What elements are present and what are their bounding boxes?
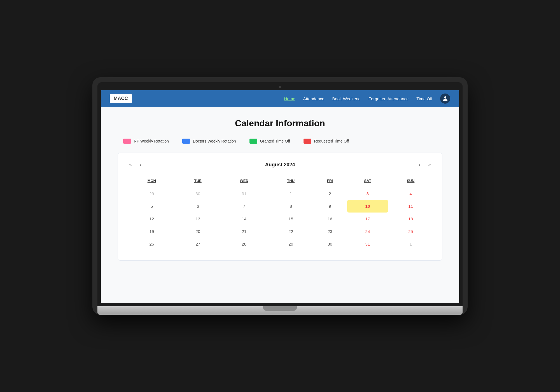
laptop-screen: MACC Home Attendance Book Weekend Forgot… — [101, 90, 459, 303]
calendar-day[interactable]: 8 — [269, 200, 313, 213]
cal-nav-left: « ‹ — [127, 161, 143, 169]
calendar-day[interactable]: 30 — [177, 187, 219, 200]
calendar-header: « ‹ August 2024 › » — [127, 161, 433, 169]
calendar-day[interactable]: 21 — [219, 225, 269, 238]
calendar-day[interactable]: 30 — [313, 238, 347, 250]
calendar-legend: NP Weekly Rotation Doctors Weekly Rotati… — [118, 139, 442, 144]
laptop-base — [97, 306, 463, 315]
calendar-day[interactable]: 3 — [347, 187, 388, 200]
calendar-day[interactable]: 28 — [219, 238, 269, 250]
calendar-month-title: August 2024 — [265, 162, 295, 168]
calendar-row: 2627282930311 — [127, 238, 433, 250]
camera-dot — [279, 86, 281, 88]
calendar-day[interactable]: 10 — [347, 200, 388, 213]
prev-year-button[interactable]: « — [127, 161, 134, 169]
col-sun: SUN — [388, 176, 433, 187]
legend-label-np: NP Weekly Rotation — [134, 139, 169, 143]
screen-bezel: MACC Home Attendance Book Weekend Forgot… — [97, 82, 463, 306]
calendar-day[interactable]: 25 — [388, 225, 433, 238]
calendar-day[interactable]: 14 — [219, 213, 269, 225]
calendar-day[interactable]: 19 — [127, 225, 177, 238]
calendar-day[interactable]: 15 — [269, 213, 313, 225]
nav-forgotten-attendance[interactable]: Forgotten Attendance — [368, 96, 409, 101]
calendar-day[interactable]: 6 — [177, 200, 219, 213]
calendar-day[interactable]: 17 — [347, 213, 388, 225]
calendar-day[interactable]: 11 — [388, 200, 433, 213]
legend-requested-time-off: Requested Time Off — [304, 139, 349, 144]
nav-links: Home Attendance Book Weekend Forgotten A… — [284, 94, 450, 104]
main-content: Calendar Information NP Weekly Rotation … — [101, 107, 459, 303]
nav-attendance[interactable]: Attendance — [303, 96, 325, 101]
col-mon: MON — [127, 176, 177, 187]
calendar-day[interactable]: 7 — [219, 200, 269, 213]
col-wed: WED — [219, 176, 269, 187]
user-avatar[interactable] — [440, 94, 450, 104]
laptop-frame: MACC Home Attendance Book Weekend Forgot… — [92, 77, 468, 315]
cal-nav-right: › » — [417, 161, 433, 169]
next-year-button[interactable]: » — [426, 161, 433, 169]
page-title: Calendar Information — [118, 118, 442, 129]
calendar-day[interactable]: 4 — [388, 187, 433, 200]
brand-logo[interactable]: MACC — [110, 94, 132, 103]
legend-np-rotation: NP Weekly Rotation — [123, 139, 169, 144]
calendar-day[interactable]: 2 — [313, 187, 347, 200]
calendar-day[interactable]: 18 — [388, 213, 433, 225]
calendar-day[interactable]: 31 — [347, 238, 388, 250]
calendar-row: 567891011 — [127, 200, 433, 213]
calendar-day[interactable]: 24 — [347, 225, 388, 238]
col-fri: FRI — [313, 176, 347, 187]
legend-swatch-green — [249, 139, 257, 144]
legend-label-granted: Granted Time Off — [260, 139, 290, 143]
calendar-day[interactable]: 29 — [269, 238, 313, 250]
col-tue: TUE — [177, 176, 219, 187]
legend-granted-time-off: Granted Time Off — [249, 139, 290, 144]
nav-home[interactable]: Home — [284, 96, 295, 101]
calendar-day[interactable]: 1 — [388, 238, 433, 250]
calendar-day[interactable]: 29 — [127, 187, 177, 200]
calendar-day[interactable]: 1 — [269, 187, 313, 200]
calendar-day[interactable]: 31 — [219, 187, 269, 200]
nav-book-weekend[interactable]: Book Weekend — [332, 96, 360, 101]
legend-swatch-pink — [123, 139, 131, 144]
calendar-grid: MON TUE WED THU FRI SAT SUN 293031123456… — [127, 176, 433, 250]
calendar-card: « ‹ August 2024 › » MON — [118, 153, 442, 261]
navbar: MACC Home Attendance Book Weekend Forgot… — [101, 90, 459, 107]
nav-time-off[interactable]: Time Off — [416, 96, 432, 101]
laptop-notch — [263, 306, 297, 311]
calendar-day[interactable]: 26 — [127, 238, 177, 250]
prev-month-button[interactable]: ‹ — [137, 161, 143, 169]
legend-doctors-rotation: Doctors Weekly Rotation — [182, 139, 236, 144]
legend-label-requested: Requested Time Off — [314, 139, 349, 143]
calendar-day[interactable]: 12 — [127, 213, 177, 225]
legend-swatch-red — [304, 139, 311, 144]
calendar-day[interactable]: 23 — [313, 225, 347, 238]
calendar-day[interactable]: 5 — [127, 200, 177, 213]
col-thu: THU — [269, 176, 313, 187]
legend-swatch-blue — [182, 139, 190, 144]
calendar-day[interactable]: 9 — [313, 200, 347, 213]
calendar-day[interactable]: 22 — [269, 225, 313, 238]
calendar-day[interactable]: 13 — [177, 213, 219, 225]
next-month-button[interactable]: › — [417, 161, 423, 169]
legend-label-doctors: Doctors Weekly Rotation — [193, 139, 236, 143]
calendar-row: 19202122232425 — [127, 225, 433, 238]
col-sat: SAT — [347, 176, 388, 187]
calendar-row: 12131415161718 — [127, 213, 433, 225]
calendar-day[interactable]: 16 — [313, 213, 347, 225]
calendar-day[interactable]: 20 — [177, 225, 219, 238]
calendar-day[interactable]: 27 — [177, 238, 219, 250]
calendar-row: 2930311234 — [127, 187, 433, 200]
calendar-header-row: MON TUE WED THU FRI SAT SUN — [127, 176, 433, 187]
